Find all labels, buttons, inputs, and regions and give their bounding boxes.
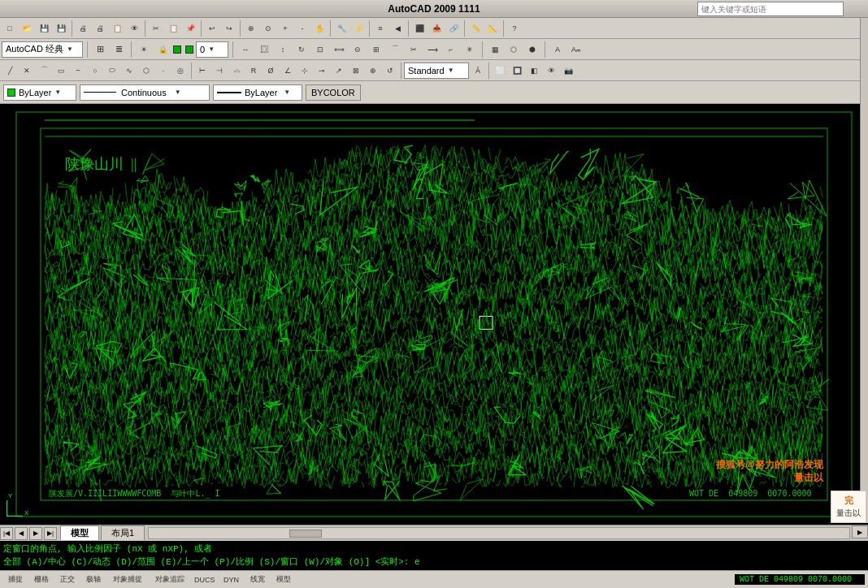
color-dropdown[interactable]: ByLayer ▼ bbox=[3, 84, 76, 101]
ducs-toggle[interactable]: DUCS bbox=[192, 572, 218, 588]
properties-icon[interactable]: 🔧 bbox=[333, 20, 349, 37]
insert-icon[interactable]: 📥 bbox=[428, 20, 445, 37]
open-icon[interactable]: 📂 bbox=[19, 20, 35, 37]
dim-radius-icon[interactable]: R bbox=[245, 63, 262, 79]
print3-icon[interactable]: 📋 bbox=[109, 20, 125, 37]
preview-icon[interactable]: 👁 bbox=[126, 20, 142, 37]
copy-icon[interactable]: 📋 bbox=[165, 20, 181, 37]
model-toggle[interactable]: 模型 bbox=[271, 572, 296, 588]
print2-icon[interactable]: 🖨 bbox=[92, 20, 108, 37]
stretch-icon[interactable]: ↕ bbox=[275, 41, 291, 58]
paste-icon[interactable]: 📌 bbox=[182, 20, 198, 37]
cut-icon[interactable]: ✂ bbox=[148, 20, 164, 37]
zoom-extents-icon[interactable]: ⊙ bbox=[260, 20, 276, 37]
linetype-dropdown[interactable]: Continuous ▼ bbox=[80, 84, 210, 101]
layer-prev-icon[interactable]: ◀ bbox=[389, 20, 406, 37]
workspace-dropdown[interactable]: AutoCAD 经典 ▼ bbox=[2, 41, 83, 58]
rotate-icon[interactable]: ↻ bbox=[293, 41, 310, 58]
search-input[interactable] bbox=[701, 5, 840, 14]
region-icon[interactable]: ⬢ bbox=[524, 41, 540, 58]
point-icon[interactable]: · bbox=[155, 63, 171, 79]
saveas-icon[interactable]: 💾 bbox=[53, 20, 69, 37]
named-view-icon[interactable]: 👁 bbox=[543, 63, 559, 79]
scroll-right-button[interactable]: ▶ bbox=[852, 525, 868, 538]
rect-icon[interactable]: ▭ bbox=[53, 63, 69, 79]
lineweight-dropdown[interactable]: ByLayer ▼ bbox=[213, 84, 302, 101]
dim-leader-icon[interactable]: ↗ bbox=[331, 63, 347, 79]
break-icon[interactable]: ⌐ bbox=[443, 41, 459, 58]
text-icon[interactable]: A bbox=[549, 41, 566, 58]
copy2-icon[interactable]: ⿴ bbox=[256, 41, 272, 58]
dim-base-icon[interactable]: ⊹ bbox=[297, 63, 313, 79]
help-icon[interactable]: ? bbox=[506, 20, 523, 37]
dim-align-icon[interactable]: ⊣ bbox=[211, 63, 228, 79]
dim-tolerance-icon[interactable]: ⊠ bbox=[348, 63, 364, 79]
circle-icon[interactable]: ○ bbox=[87, 63, 103, 79]
dim-continue-icon[interactable]: ⊸ bbox=[314, 63, 330, 79]
extend-icon[interactable]: ⟶ bbox=[424, 41, 441, 58]
polygon-icon[interactable]: ⬡ bbox=[138, 63, 154, 79]
dyn-toggle[interactable]: DYN bbox=[219, 572, 244, 588]
move-icon[interactable]: ↔ bbox=[237, 41, 254, 58]
mtext-icon[interactable]: Aₘ bbox=[568, 41, 584, 58]
otrack-toggle[interactable]: 对象追踪 bbox=[150, 572, 190, 588]
polar-toggle[interactable]: 极轴 bbox=[81, 572, 106, 588]
new-icon[interactable]: □ bbox=[2, 20, 18, 37]
layer-props-icon[interactable]: ⊞ bbox=[92, 41, 108, 58]
offset-icon[interactable]: ⊝ bbox=[349, 41, 366, 58]
fillet-icon[interactable]: ⌒ bbox=[387, 41, 403, 58]
3d-view-icon[interactable]: 🔲 bbox=[509, 63, 525, 79]
block-icon[interactable]: ⬛ bbox=[411, 20, 427, 37]
camera-icon[interactable]: 📷 bbox=[560, 63, 576, 79]
dim-arc-icon[interactable]: ⌓ bbox=[228, 63, 245, 79]
ellipse-icon[interactable]: ⬭ bbox=[104, 63, 120, 79]
undo-icon[interactable]: ↩ bbox=[204, 20, 220, 37]
xline-icon[interactable]: ✕ bbox=[19, 63, 35, 79]
dim-diameter-icon[interactable]: Ø bbox=[263, 63, 279, 79]
hatch-icon[interactable]: ▦ bbox=[487, 41, 503, 58]
dist-icon[interactable]: 📏 bbox=[467, 20, 484, 37]
boundary-icon[interactable]: ⬡ bbox=[506, 41, 522, 58]
line-icon[interactable]: ╱ bbox=[2, 63, 18, 79]
layers-icon[interactable]: ≡ bbox=[372, 20, 388, 37]
pline-icon[interactable]: ⌒ bbox=[36, 63, 52, 79]
scale-icon[interactable]: ⊡ bbox=[312, 41, 328, 58]
tab-prev-button[interactable]: ◀ bbox=[15, 527, 28, 540]
osnap-toggle[interactable]: 对象捕捉 bbox=[107, 572, 148, 588]
donut-icon[interactable]: ◎ bbox=[172, 63, 189, 79]
grid-toggle[interactable]: 栅格 bbox=[29, 572, 54, 588]
snap-toggle[interactable]: 捕捉 bbox=[3, 572, 28, 588]
tab-first-button[interactable]: |◀ bbox=[0, 527, 13, 540]
viewport-icon[interactable]: ⬜ bbox=[492, 63, 508, 79]
layer-state-icon[interactable]: ≣ bbox=[111, 41, 127, 58]
mirror-icon[interactable]: ⟺ bbox=[331, 41, 347, 58]
text-style-dropdown[interactable]: Standard ▼ bbox=[404, 63, 469, 79]
tab-layout1[interactable]: 布局1 bbox=[101, 525, 145, 540]
xref-icon[interactable]: 🔗 bbox=[445, 20, 462, 37]
dim-update-icon[interactable]: ↺ bbox=[382, 63, 398, 79]
zoom-in-icon[interactable]: + bbox=[277, 20, 293, 37]
layer-number-box[interactable]: 0 ▼ bbox=[196, 41, 228, 58]
explode-icon[interactable]: ✳ bbox=[462, 41, 478, 58]
zoom-window-icon[interactable]: ⊕ bbox=[243, 20, 259, 37]
h-scrollbar-thumb[interactable] bbox=[289, 530, 322, 538]
tab-next-button[interactable]: ▶ bbox=[29, 527, 42, 540]
lock-icon[interactable]: 🔒 bbox=[154, 41, 171, 58]
zoom-out-icon[interactable]: - bbox=[294, 20, 310, 37]
redo-icon[interactable]: ↪ bbox=[221, 20, 237, 37]
dim-center-icon[interactable]: ⊕ bbox=[365, 63, 381, 79]
text-style2-icon[interactable]: Ā bbox=[470, 63, 486, 79]
sun-icon[interactable]: ☀ bbox=[136, 41, 152, 58]
match-icon[interactable]: ⚡ bbox=[350, 20, 367, 37]
save-icon[interactable]: 💾 bbox=[36, 20, 52, 37]
lweight-toggle[interactable]: 线宽 bbox=[245, 572, 270, 588]
arc-icon[interactable]: ⌢ bbox=[70, 63, 86, 79]
dim-linear-icon[interactable]: ⊢ bbox=[194, 63, 210, 79]
area-icon[interactable]: 📐 bbox=[484, 20, 501, 37]
spline-icon[interactable]: ∿ bbox=[121, 63, 137, 79]
bycolor-button[interactable]: BYCOLOR bbox=[306, 84, 361, 101]
drawing-area[interactable]: 搜狐号@努力的阿浩发现 量击以 X Y bbox=[0, 104, 868, 525]
dim-angle-icon[interactable]: ∠ bbox=[280, 63, 296, 79]
ortho-toggle[interactable]: 正交 bbox=[55, 572, 80, 588]
print-icon[interactable]: 🖨 bbox=[75, 20, 91, 37]
